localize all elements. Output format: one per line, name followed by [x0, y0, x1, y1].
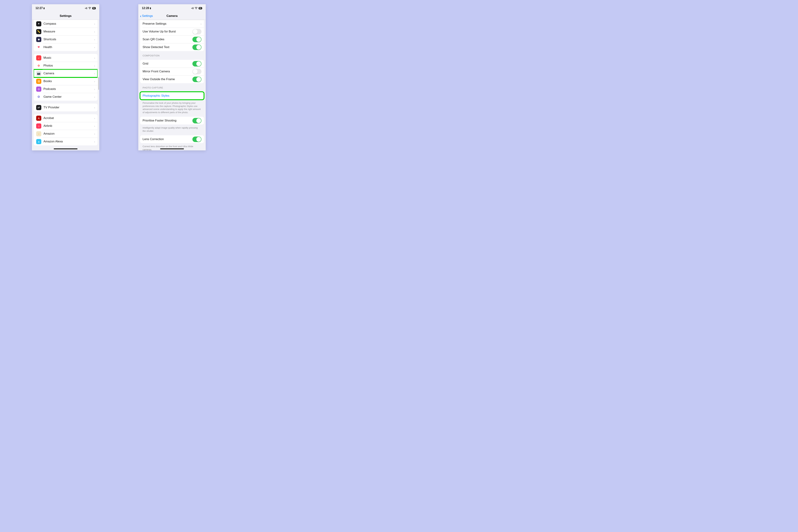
title-bar: Settings	[32, 12, 99, 20]
chevron-right-icon: ›	[94, 56, 95, 59]
music-icon: ♪	[36, 55, 41, 60]
alexa-icon: a	[36, 139, 41, 144]
chevron-right-icon: ›	[94, 125, 95, 128]
row-grid[interactable]: Grid	[140, 60, 204, 68]
settings-row-podcasts[interactable]: ◎ Podcasts ›	[34, 85, 97, 93]
battery-badge: 91	[92, 7, 96, 10]
back-label: Settings	[142, 14, 153, 18]
settings-row-label: Photos	[43, 64, 94, 68]
camera-scroll[interactable]: Preserve Settings› Use Volume Up for Bur…	[138, 20, 206, 150]
toggle-volburst[interactable]	[192, 29, 202, 34]
toggle-mirror[interactable]	[192, 69, 202, 74]
gamecenter-icon: ✪	[36, 94, 41, 99]
camera-group-photographic-styles: Photographic Styles	[140, 92, 204, 100]
settings-row-label: Podcasts	[43, 87, 94, 91]
camera-group-composition: Grid Mirror Front Camera View Outside th…	[140, 60, 204, 83]
settings-row-label: Measure	[43, 30, 94, 33]
row-lens-correction[interactable]: Lens Correction	[140, 135, 204, 143]
toggle-detectedtext[interactable]	[192, 44, 202, 50]
label-preserve: Preserve Settings	[142, 22, 201, 25]
toggle-grid[interactable]	[192, 61, 202, 66]
row-preserve[interactable]: Preserve Settings›	[140, 20, 204, 28]
toggle-scanqr[interactable]	[192, 37, 202, 42]
wifi-icon	[195, 7, 197, 9]
chevron-left-icon: ‹	[140, 14, 141, 18]
settings-row-photos[interactable]: ✿ Photos ›	[34, 62, 97, 70]
label-volburst: Use Volume Up for Burst	[142, 30, 192, 33]
settings-row-amazon[interactable]: ⌣ Amazon ›	[34, 130, 97, 138]
settings-row-label: TV Provider	[43, 106, 94, 109]
settings-row-acrobat[interactable]: A Acrobat ›	[34, 114, 97, 122]
status-time: 12:28	[142, 6, 149, 10]
wifi-icon	[88, 7, 91, 9]
chevron-right-icon: ›	[94, 80, 95, 83]
camera-group-faster-shooting: Prioritise Faster Shooting	[140, 117, 204, 125]
settings-row-compass[interactable]: ✦ Compass ›	[34, 20, 97, 28]
chevron-right-icon: ›	[94, 46, 95, 49]
settings-group-media: ♪ Music › ✿ Photos › 📷 Camera › ▤ Books …	[34, 54, 97, 101]
footer-photographic-styles: Personalise the look of your photos by b…	[142, 101, 202, 114]
settings-row-label: Amazon Alexa	[43, 140, 94, 143]
home-indicator[interactable]	[160, 148, 184, 149]
chevron-right-icon: ›	[94, 140, 95, 143]
label-detectedtext: Show Detected Text	[142, 45, 192, 49]
chevron-right-icon: ›	[94, 22, 95, 25]
card-icon: ▮	[150, 7, 151, 10]
row-faster-shooting[interactable]: Prioritise Faster Shooting	[140, 117, 204, 125]
scroll-indicator[interactable]	[98, 77, 99, 90]
settings-row-shortcuts[interactable]: ◆ Shortcuts ›	[34, 36, 97, 43]
page-title: Settings	[60, 14, 72, 18]
photographic-styles-link: Photographic Styles	[142, 94, 202, 97]
camera-group-top: Preserve Settings› Use Volume Up for Bur…	[140, 20, 204, 51]
settings-group-utilities: ✦ Compass › 📏 Measure › ◆ Shortcuts › ❤ …	[34, 20, 97, 51]
toggle-outside[interactable]	[192, 77, 202, 82]
toggle-faster-shooting[interactable]	[192, 118, 202, 124]
phone-settings: 12:27 ▮ ▪⁞⁞ 91 Settings ✦ Compass › 📏 Me…	[32, 4, 99, 150]
settings-row-label: Compass	[43, 22, 94, 25]
settings-row-tvprovider[interactable]: ⇄ TV Provider ›	[34, 103, 97, 111]
settings-row-music[interactable]: ♪ Music ›	[34, 54, 97, 62]
settings-row-alexa[interactable]: a Amazon Alexa ›	[34, 138, 97, 146]
camera-group-lens-correction: Lens Correction	[140, 135, 204, 143]
signal-icon: ▪⁞⁞	[191, 7, 194, 10]
row-scanqr[interactable]: Scan QR Codes	[140, 36, 204, 43]
row-mirror[interactable]: Mirror Front Camera	[140, 68, 204, 75]
chevron-right-icon: ›	[94, 117, 95, 120]
podcasts-icon: ◎	[36, 87, 41, 92]
settings-row-books[interactable]: ▤ Books ›	[34, 77, 97, 85]
shortcuts-icon: ◆	[36, 37, 41, 42]
label-mirror: Mirror Front Camera	[142, 70, 192, 73]
battery-badge: 91	[198, 7, 202, 10]
settings-row-label: Game Center	[43, 95, 94, 99]
row-volburst[interactable]: Use Volume Up for Burst	[140, 28, 204, 36]
row-outside[interactable]: View Outside the Frame	[140, 75, 204, 83]
settings-row-label: Acrobat	[43, 116, 94, 120]
title-bar: ‹ Settings Camera	[138, 12, 206, 20]
settings-row-camera[interactable]: 📷 Camera ›	[34, 70, 97, 77]
footer-lens-correction: Correct lens distortion on the front and…	[142, 145, 202, 150]
toggle-lens-correction[interactable]	[192, 136, 202, 142]
chevron-right-icon: ›	[94, 88, 95, 91]
home-indicator[interactable]	[54, 148, 77, 149]
card-icon: ▮	[43, 7, 45, 10]
settings-row-airbnb[interactable]: ⌂ Airbnb ›	[34, 122, 97, 130]
signal-icon: ▪⁞⁞	[85, 7, 87, 10]
row-detectedtext[interactable]: Show Detected Text	[140, 43, 204, 51]
chevron-right-icon: ›	[201, 22, 202, 25]
settings-group-tv: ⇄ TV Provider ›	[34, 103, 97, 111]
label-outside: View Outside the Frame	[142, 77, 192, 81]
settings-row-measure[interactable]: 📏 Measure ›	[34, 28, 97, 36]
photos-icon: ✿	[36, 63, 41, 68]
tvprovider-icon: ⇄	[36, 105, 41, 110]
settings-row-health[interactable]: ❤ Health ›	[34, 43, 97, 51]
chevron-right-icon: ›	[94, 64, 95, 67]
back-button[interactable]: ‹ Settings	[140, 12, 153, 20]
chevron-right-icon: ›	[94, 30, 95, 33]
chevron-right-icon: ›	[94, 132, 95, 135]
settings-row-gamecenter[interactable]: ✪ Game Center ›	[34, 93, 97, 101]
settings-scroll[interactable]: ✦ Compass › 📏 Measure › ◆ Shortcuts › ❤ …	[32, 20, 99, 150]
settings-row-label: Airbnb	[43, 124, 94, 128]
health-icon: ❤	[36, 45, 41, 50]
row-photographic-styles[interactable]: Photographic Styles	[140, 92, 204, 100]
label-scanqr: Scan QR Codes	[142, 38, 192, 41]
